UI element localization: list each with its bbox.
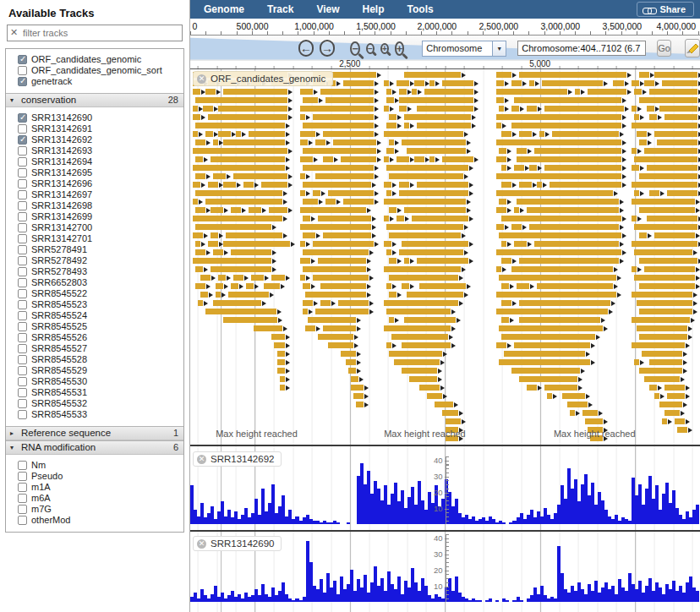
orf-feature[interactable] xyxy=(414,156,424,162)
zoom-out-large-button[interactable]: − xyxy=(350,41,360,56)
orf-feature[interactable] xyxy=(274,342,284,348)
orf-feature[interactable] xyxy=(313,190,320,196)
orf-feature[interactable] xyxy=(547,393,552,399)
orf-feature[interactable] xyxy=(386,190,391,196)
orf-feature[interactable] xyxy=(264,283,279,289)
orf-feature[interactable] xyxy=(634,114,639,120)
orf-feature[interactable] xyxy=(386,249,391,255)
orf-track-label[interactable]: ✕ ORF_candidates_genomic xyxy=(193,71,333,86)
orf-feature[interactable] xyxy=(200,292,208,298)
track-name-label[interactable]: SRR8545529 xyxy=(31,365,87,375)
track-name-label[interactable]: SRR13142691 xyxy=(31,123,92,134)
orf-feature[interactable] xyxy=(386,148,394,154)
orf-feature[interactable] xyxy=(519,317,600,323)
track-checkbox-item[interactable]: SRR5278492 xyxy=(6,255,183,266)
orf-feature[interactable] xyxy=(208,182,218,188)
track-name-label[interactable]: SRR8545531 xyxy=(31,387,87,397)
orf-feature[interactable] xyxy=(632,123,697,128)
share-button[interactable]: Share xyxy=(637,2,694,17)
orf-feature[interactable] xyxy=(386,123,396,128)
orf-feature[interactable] xyxy=(544,385,577,391)
orf-feature[interactable] xyxy=(639,207,695,213)
orf-feature[interactable] xyxy=(634,359,639,365)
orf-feature[interactable] xyxy=(527,385,537,391)
orf-feature[interactable] xyxy=(404,207,465,213)
orf-feature[interactable] xyxy=(499,148,506,154)
orf-feature[interactable] xyxy=(226,232,282,238)
orf-feature[interactable] xyxy=(205,309,276,314)
wiggle-track-srr13142690[interactable]: ✕ SRR13142690 40302010 xyxy=(190,532,700,612)
track-name-label[interactable]: SRR8545523 xyxy=(31,299,87,309)
sidebar-section-reference-sequence[interactable]: ▸Reference sequence1 xyxy=(6,426,183,440)
orf-feature[interactable] xyxy=(320,283,366,289)
orf-feature[interactable] xyxy=(501,131,511,137)
orf-feature[interactable] xyxy=(243,182,254,188)
orf-feature[interactable] xyxy=(613,80,623,86)
unchecked-checkbox[interactable] xyxy=(18,333,27,342)
orf-feature[interactable] xyxy=(195,224,271,230)
orf-feature[interactable] xyxy=(205,89,216,95)
orf-feature[interactable] xyxy=(218,275,226,281)
orf-feature[interactable] xyxy=(300,139,308,145)
orf-feature[interactable] xyxy=(499,325,604,331)
orf-feature[interactable] xyxy=(386,342,391,348)
orf-feature[interactable] xyxy=(634,275,695,281)
zoom-out-button[interactable]: − xyxy=(366,43,375,54)
track-name-label[interactable]: SRR13142701 xyxy=(31,233,92,243)
orf-feature[interactable] xyxy=(517,199,619,205)
orf-feature[interactable] xyxy=(205,131,213,137)
unchecked-checkbox[interactable] xyxy=(18,66,27,75)
zoom-in-button[interactable]: + xyxy=(380,43,389,54)
orf-feature[interactable] xyxy=(325,97,374,103)
orf-feature[interactable] xyxy=(677,427,687,433)
orf-feature[interactable] xyxy=(588,89,626,95)
orf-feature[interactable] xyxy=(496,80,504,86)
track-checkbox-item[interactable]: SRR6652803 xyxy=(6,277,183,288)
orf-feature[interactable] xyxy=(662,418,667,424)
orf-feature[interactable] xyxy=(386,224,462,230)
track-name-label[interactable]: SRR13142695 xyxy=(31,167,92,178)
orf-feature[interactable] xyxy=(394,359,440,365)
unchecked-checkbox[interactable] xyxy=(18,388,27,397)
orf-feature[interactable] xyxy=(193,232,203,238)
orf-feature[interactable] xyxy=(338,300,369,306)
orf-feature[interactable] xyxy=(195,139,205,145)
track-checkbox-item[interactable]: SRR13142691 xyxy=(6,123,183,134)
orf-feature[interactable] xyxy=(399,106,407,112)
orf-feature[interactable] xyxy=(346,359,356,365)
orf-feature[interactable] xyxy=(517,148,527,154)
track-name-label[interactable]: ORF_candidates_genomic_sort xyxy=(31,65,162,75)
track-checkbox-item[interactable]: SRR13142695 xyxy=(6,167,183,178)
orf-feature[interactable] xyxy=(529,80,534,86)
unchecked-checkbox[interactable] xyxy=(18,366,27,375)
orf-feature[interactable] xyxy=(499,199,506,205)
orf-feature[interactable] xyxy=(417,123,470,128)
orf-feature[interactable] xyxy=(496,123,501,128)
checked-checkbox[interactable] xyxy=(18,77,27,86)
track-checkbox-item[interactable]: SRR13142690 xyxy=(6,112,183,123)
track-name-label[interactable]: SRR8545528 xyxy=(31,354,87,364)
track-checkbox-item[interactable]: SRR8545529 xyxy=(6,365,183,376)
orf-feature[interactable] xyxy=(514,207,519,213)
orf-feature[interactable] xyxy=(657,139,697,145)
orf-feature[interactable] xyxy=(303,148,376,154)
orf-feature[interactable] xyxy=(499,232,621,238)
orf-feature[interactable] xyxy=(300,89,313,95)
orf-feature[interactable] xyxy=(501,216,621,221)
orf-feature[interactable] xyxy=(193,89,200,95)
track-checkbox-item[interactable]: SRR8545530 xyxy=(6,376,183,387)
orf-feature[interactable] xyxy=(303,182,371,188)
orf-feature[interactable] xyxy=(195,190,282,196)
orf-feature[interactable] xyxy=(303,266,366,272)
orf-feature[interactable] xyxy=(534,148,621,154)
orf-feature[interactable] xyxy=(637,325,687,331)
orf-feature[interactable] xyxy=(647,106,654,112)
orf-feature[interactable] xyxy=(277,368,285,374)
orf-feature[interactable] xyxy=(389,317,394,323)
orf-feature[interactable] xyxy=(218,131,231,137)
orf-feature[interactable] xyxy=(632,80,639,86)
orf-feature[interactable] xyxy=(435,402,452,407)
orf-feature[interactable] xyxy=(632,342,685,348)
track-checkbox-item[interactable]: ORF_candidates_genomic_sort xyxy=(6,65,183,76)
orf-feature[interactable] xyxy=(527,106,537,112)
